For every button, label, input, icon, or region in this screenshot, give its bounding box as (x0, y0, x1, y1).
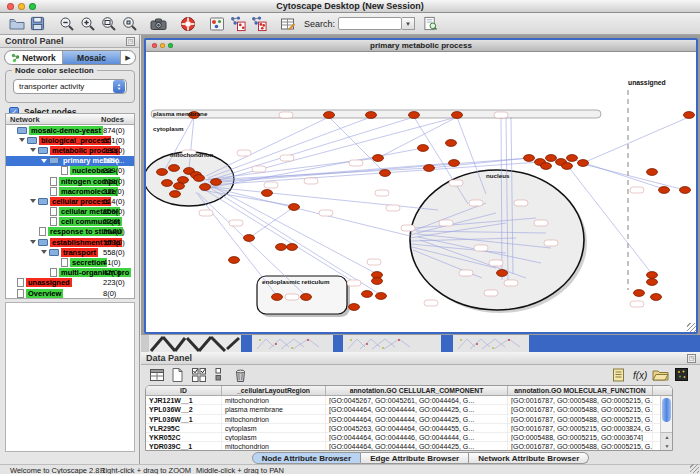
tree-expand-arrow-icon[interactable] (30, 240, 36, 244)
zoom-out-button[interactable] (58, 15, 75, 32)
scrollbar-arrows[interactable]: ▲▼ (661, 432, 673, 450)
tree-expand-arrow-icon[interactable] (30, 148, 36, 152)
network-node[interactable] (194, 175, 205, 182)
network-node[interactable] (424, 165, 435, 172)
network-view-titlebar[interactable]: primary metabolic process (146, 40, 696, 52)
network-node[interactable] (376, 293, 387, 300)
tree-row[interactable]: nitrogen compo209(0) (6, 176, 134, 186)
label-pad-button[interactable] (610, 366, 627, 383)
control-panel-float-icon[interactable]: ◳ (126, 37, 135, 46)
network-node[interactable] (349, 304, 360, 311)
tree-row[interactable]: cellular process614(0) (6, 196, 134, 206)
network-node[interactable] (287, 244, 298, 251)
attribute-table-button[interactable] (148, 366, 165, 383)
network-node[interactable] (449, 160, 460, 167)
matrix-view-button[interactable] (673, 366, 690, 383)
table-column-header[interactable]: _cellularLayoutRegion (222, 386, 326, 395)
network-node[interactable] (659, 187, 670, 194)
zoom-in-button[interactable] (79, 15, 96, 32)
network-node[interactable] (578, 160, 589, 167)
attribute-editor-button[interactable] (279, 15, 296, 32)
network-node[interactable] (651, 294, 662, 301)
zoom-selected-button[interactable] (121, 15, 138, 32)
tab-edge-attribute-browser[interactable]: Edge Attribute Browser (361, 452, 469, 464)
tab-network[interactable]: Network (5, 51, 63, 64)
table-row[interactable]: YPL036W__2plasma membrane[GO:0044464, GO… (146, 405, 672, 414)
snapshot-button[interactable] (150, 15, 167, 32)
network-node[interactable] (362, 291, 373, 298)
table-row[interactable]: YKR052Ccytoplasm[GO:0044464, GO:0044446,… (146, 433, 672, 442)
formula-builder-button[interactable]: f(x) (631, 366, 648, 383)
tab-mosaic[interactable]: Mosaic (63, 51, 121, 64)
network-node[interactable] (174, 183, 185, 190)
tree-row[interactable]: nucleobase-209(0) (6, 166, 134, 176)
tree-row[interactable]: response to stimulu264(0) (6, 227, 134, 237)
network-node[interactable] (157, 169, 168, 176)
network-node[interactable] (524, 155, 535, 162)
tree-expand-arrow-icon[interactable] (30, 199, 36, 203)
data-panel-float-icon[interactable]: ◳ (687, 354, 696, 363)
search-input[interactable] (338, 17, 402, 30)
network-node[interactable] (684, 112, 695, 119)
network-node[interactable] (418, 145, 429, 152)
network-node[interactable] (562, 163, 573, 170)
table-column-header[interactable]: annotation.GO CELLULAR_COMPONENT (326, 386, 508, 395)
tree-row[interactable]: multi-organism pro42(0) (6, 268, 134, 278)
table-row[interactable]: YLR295Ccytoplasm[GO:0045263, GO:0044464,… (146, 424, 672, 433)
node-color-dropdown[interactable]: transporter activity ▲▼ (13, 79, 127, 94)
network-node[interactable] (647, 169, 658, 176)
tree-row[interactable]: primary metabo209(... (6, 156, 134, 166)
network-node[interactable] (289, 204, 300, 211)
help-button[interactable] (179, 15, 196, 32)
window-resize-grip[interactable] (690, 464, 699, 473)
network-node[interactable] (324, 112, 335, 119)
network-node[interactable] (200, 184, 211, 191)
table-column-header[interactable]: annotation.GO MOLECULAR_FUNCTION (508, 386, 653, 395)
background-windows-strip[interactable] (141, 335, 700, 352)
network-node[interactable] (409, 112, 420, 119)
network-node[interactable] (366, 112, 377, 119)
import-attributes-button[interactable] (652, 366, 669, 383)
open-session-button[interactable] (8, 15, 25, 32)
table-row[interactable]: YPL036W__1mitochondrion[GO:0044464, GO:0… (146, 415, 672, 424)
table-row[interactable]: YJR121W__1mitochondrion[GO:0045267, GO:0… (146, 396, 672, 405)
scrollbar-thumb[interactable] (662, 398, 671, 422)
network-node[interactable] (546, 155, 557, 162)
tab-scroll-right-button[interactable]: ▶ (121, 51, 135, 64)
tree-row[interactable]: metabolic process280(0) (6, 145, 134, 155)
network-node[interactable] (380, 170, 391, 177)
tree-row[interactable]: cellular metabol209(0) (6, 207, 134, 217)
tree-row[interactable]: unassigned223(0) (6, 278, 134, 288)
network-node[interactable] (272, 294, 283, 301)
tab-network-attribute-browser[interactable]: Network Attribute Browser (469, 452, 589, 464)
new-attribute-button[interactable] (169, 366, 186, 383)
network-node[interactable] (452, 112, 463, 119)
network-node[interactable] (680, 187, 691, 194)
tab-node-attribute-browser[interactable]: Node Attribute Browser (252, 452, 362, 464)
network-node[interactable] (301, 294, 312, 301)
network-node[interactable] (541, 163, 552, 170)
network-node[interactable] (170, 191, 181, 198)
table-row[interactable]: YDR039C__1mitochondrion[GO:0044464, GO:0… (146, 442, 672, 451)
network-view-window[interactable]: primary metabolic process plasma membran… (144, 38, 698, 334)
frame-resize-grip[interactable] (687, 323, 696, 332)
tree-expand-arrow-icon[interactable] (41, 159, 47, 163)
network-node[interactable] (373, 155, 384, 162)
network-node[interactable] (169, 165, 180, 172)
tree-row[interactable]: transport558(0) (6, 247, 134, 257)
network-node[interactable] (497, 270, 508, 277)
tree-row[interactable]: macromolecule311(0) (6, 186, 134, 196)
search-dropdown-button[interactable]: ▼ (402, 17, 415, 30)
tree-row[interactable]: secretion41(0) (6, 257, 134, 267)
network-node[interactable] (634, 290, 645, 297)
tree-row[interactable]: cell communicat22(0) (6, 217, 134, 227)
delete-attribute-button[interactable] (232, 366, 249, 383)
network-node[interactable] (211, 179, 222, 186)
network-node[interactable] (244, 235, 255, 242)
network-node[interactable] (647, 279, 658, 286)
network-node[interactable] (276, 244, 287, 251)
network-node[interactable] (647, 272, 658, 279)
tree-row[interactable]: biological_process651(0) (6, 135, 134, 145)
save-session-button[interactable] (29, 15, 46, 32)
tree-row[interactable]: establishment of lo558(0) (6, 237, 134, 247)
